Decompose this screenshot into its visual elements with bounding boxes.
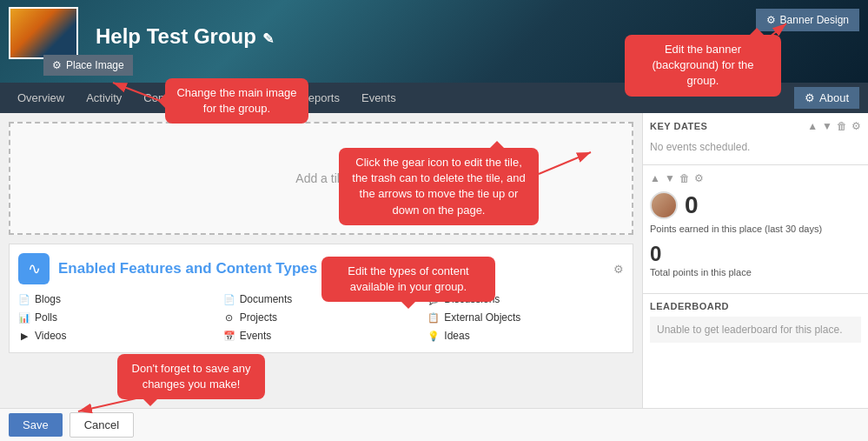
banner-design-button[interactable]: ⚙ Banner Design <box>756 9 859 31</box>
leaderboard-unable-text: Unable to get leaderboard for this place… <box>650 317 861 343</box>
feature-blogs: 📄 Blogs <box>18 291 215 307</box>
gear-icon-about: ⚙ <box>805 91 815 104</box>
feature-videos-label: Videos <box>35 330 66 342</box>
feature-projects-label: Projects <box>240 311 277 324</box>
key-dates-header: KEY DATES ▲ ▼ 🗑 ⚙ <box>650 120 861 132</box>
doc-icon: 📄 <box>223 293 235 305</box>
up-arrow-icon[interactable]: ▲ <box>807 120 818 132</box>
key-dates-controls: ▲ ▼ 🗑 ⚙ <box>807 120 861 132</box>
points-number-total: 0 <box>650 242 861 266</box>
up-arrow-points-icon[interactable]: ▲ <box>650 172 660 184</box>
feature-ideas: 💡 Ideas <box>427 328 624 344</box>
avatar <box>650 191 678 219</box>
projects-icon: ⊙ <box>223 311 235 324</box>
feature-blogs-label: Blogs <box>35 293 61 305</box>
points-controls: ▲ ▼ 🗑 ⚙ <box>650 172 704 184</box>
features-icon: ∿ <box>18 253 50 284</box>
tooltip-banner-design: Edit the banner (background) for the gro… <box>625 35 781 97</box>
feature-polls: 📊 Polls <box>18 310 215 325</box>
feature-events: 📅 Events <box>223 328 420 344</box>
points-number-30: 0 <box>685 191 699 219</box>
right-panel: KEY DATES ▲ ▼ 🗑 ⚙ No events scheduled. ▲… <box>642 113 868 408</box>
group-title-text: Help Test Group <box>96 24 256 48</box>
external-icon: 📋 <box>427 311 440 324</box>
cancel-button[interactable]: Cancel <box>70 412 134 438</box>
key-dates-section: KEY DATES ▲ ▼ 🗑 ⚙ No events scheduled. <box>643 113 868 165</box>
nav-item-overview[interactable]: Overview <box>9 87 73 109</box>
activity-icon: ∿ <box>28 259 41 278</box>
blog-icon: 📄 <box>18 293 30 305</box>
tooltip-save: Don't forget to save any changes you mak… <box>117 354 265 399</box>
points-label-30: Points earned in this place (last 30 day… <box>650 223 861 235</box>
tooltip-place-image: Change the main image for the group. <box>165 78 308 124</box>
gear-icon-banner: ⚙ <box>766 14 776 26</box>
no-scheduled-text: No events scheduled. <box>650 137 861 157</box>
features-gear-icon[interactable]: ⚙ <box>613 263 624 276</box>
nav-item-events[interactable]: Events <box>353 87 405 109</box>
feature-polls-label: Polls <box>35 311 57 324</box>
bottom-bar: Save Cancel <box>0 408 868 441</box>
gear-points-icon[interactable]: ⚙ <box>694 172 704 184</box>
about-button[interactable]: ⚙ About <box>794 87 859 109</box>
group-title: Help Test Group ✎ <box>96 24 274 49</box>
feature-ideas-label: Ideas <box>444 330 469 342</box>
points-section: ▲ ▼ 🗑 ⚙ 0 Points earned in this place (l… <box>643 165 868 294</box>
tile-area[interactable]: Add a tile <box>9 122 633 235</box>
events-icon: 📅 <box>223 330 235 342</box>
save-button[interactable]: Save <box>9 413 63 437</box>
gear-icon: ⚙ <box>52 59 62 71</box>
feature-documents-label: Documents <box>240 293 293 305</box>
banner-thumbnail <box>9 7 78 59</box>
feature-events-label: Events <box>240 330 272 342</box>
feature-projects: ⊙ Projects <box>223 310 420 325</box>
gear-icon-keydates[interactable]: ⚙ <box>851 120 861 132</box>
banner-design-label: Banner Design <box>780 14 849 26</box>
down-arrow-points-icon[interactable]: ▼ <box>665 172 675 184</box>
down-arrow-icon[interactable]: ▼ <box>822 120 832 132</box>
features-section: ∿ Enabled Features and Content Types ⚙ 📄… <box>9 244 633 353</box>
nav-item-activity[interactable]: Activity <box>77 87 130 109</box>
key-dates-title: KEY DATES <box>650 121 707 131</box>
points-label-total: Total points in this place <box>650 266 861 278</box>
leaderboard-title: LEADERBOARD <box>650 301 861 311</box>
video-icon: ▶ <box>18 330 30 342</box>
trash-points-icon[interactable]: 🗑 <box>679 172 690 184</box>
idea-icon: 💡 <box>427 330 440 342</box>
feature-external: 📋 External Objects <box>427 310 624 325</box>
feature-external-label: External Objects <box>444 311 520 324</box>
tooltip-gear: Click the gear icon to edit the tile, th… <box>339 148 539 225</box>
poll-icon: 📊 <box>18 311 30 324</box>
features-grid: 📄 Blogs 📄 Documents 💬 Discussions 📊 Poll… <box>18 291 624 344</box>
features-title: Enabled Features and Content Types <box>58 260 317 277</box>
place-image-button[interactable]: ⚙ Place Image <box>43 55 133 76</box>
feature-videos: ▶ Videos <box>18 328 215 344</box>
about-label: About <box>819 91 849 104</box>
leaderboard-section: LEADERBOARD Unable to get leaderboard fo… <box>643 294 868 350</box>
points-header: ▲ ▼ 🗑 ⚙ <box>650 172 861 184</box>
edit-icon[interactable]: ✎ <box>262 31 274 46</box>
place-image-label: Place Image <box>66 59 124 71</box>
tooltip-features: Edit the types of content available in y… <box>321 257 495 302</box>
trash-icon[interactable]: 🗑 <box>837 120 847 132</box>
